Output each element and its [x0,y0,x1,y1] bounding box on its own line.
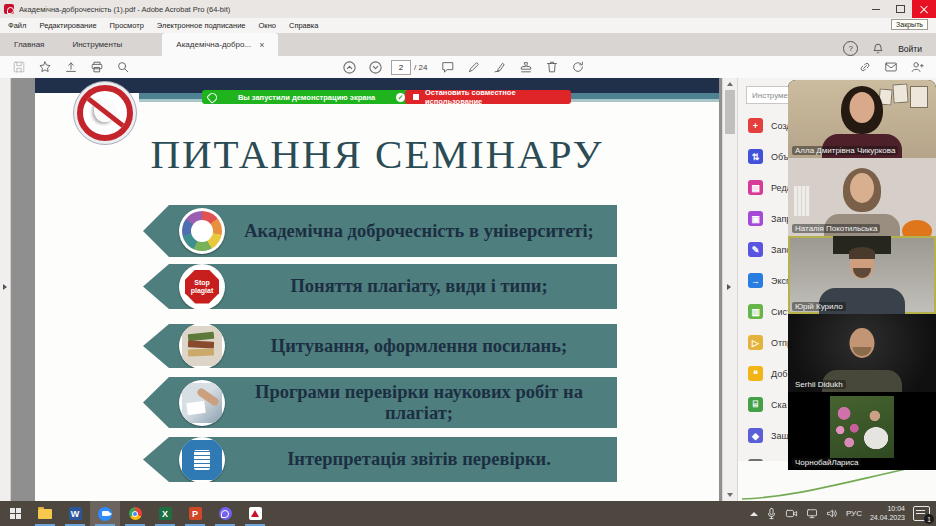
maximize-button[interactable] [888,0,912,18]
participant-tile-alla[interactable]: Алла Дмитрівна Чикуркова [788,80,936,158]
add-comment-icon: ❝ [748,366,763,381]
tab-home[interactable]: Главная [0,33,58,56]
participant-name: Юрій Курило [792,302,846,311]
tool-scan[interactable]: ⌸Ска [748,397,787,412]
email-icon[interactable] [878,58,904,76]
stop-share-button[interactable]: Остановить совместное использование [405,90,571,104]
page-up-icon[interactable] [336,58,362,76]
viber-icon [219,507,232,520]
taskbar-chrome[interactable] [120,501,150,526]
sign-in-button[interactable]: Войти [898,44,922,54]
minimize-button[interactable] [864,0,888,18]
tool-protect[interactable]: ◆Защ [748,428,789,443]
tool-create-pdf[interactable]: +Созд [748,118,792,133]
tool-request-signatures[interactable]: ▣Запр [748,211,791,226]
powerpoint-icon: P [189,507,202,520]
tool-export-pdf[interactable]: →Эксп [748,273,791,288]
tool-combine-files[interactable]: ⇅Объ [748,149,788,164]
menu-window[interactable]: Окно [259,21,276,30]
participant-tile-chornobai[interactable]: ЧорнобайЛариса [788,392,936,470]
tab-tools[interactable]: Инструменты [58,33,136,56]
taskbar-clock[interactable]: 10:04 24.04.2023 [870,505,905,523]
sign-pen-icon[interactable] [487,58,513,76]
tool-send[interactable]: ▷Отпр [748,335,792,350]
slide-bullet-4-text: Програми перевірки наукових робіт на пла… [221,382,617,423]
save-icon[interactable] [6,58,32,76]
slide-bullet-1: Академічна доброчесність в університеті; [143,205,617,257]
taskbar-file-explorer[interactable] [30,501,60,526]
writing-icon [179,380,225,426]
taskbar-excel[interactable]: X [150,501,180,526]
left-panel-strip[interactable] [0,78,11,501]
menu-help[interactable]: Справка [289,21,318,30]
scan-icon: ⌸ [748,397,763,412]
trash-icon[interactable] [539,58,565,76]
taskbar-powerpoint[interactable]: P [180,501,210,526]
tool-label: Доб [771,369,787,379]
taskbar-zoom[interactable] [90,501,120,526]
document-toolbar: / 24 [0,56,936,79]
page-down-icon[interactable] [362,58,388,76]
taskbar-viber[interactable] [210,501,240,526]
tab-bar: Главная Инструменты Академічна-добро... … [0,33,936,56]
hidden-icons-chevron[interactable] [750,512,758,516]
slide-bullet-3: Цитування, оформлення посилань; [143,324,617,368]
tool-edit-pdf[interactable]: ▤Реда [748,180,792,195]
share-phone-icon [206,91,219,104]
slide-bullet-1-text: Академічна доброчесність в університеті; [244,221,594,242]
stop-plagiat-icon: Stop plagiat [179,264,225,310]
language-indicator[interactable]: РУС [846,509,862,518]
folder-icon [38,509,52,519]
scrollbar-thumb[interactable] [725,90,735,134]
search-icon[interactable] [110,58,136,76]
menu-edit[interactable]: Редактирование [39,21,96,30]
scroll-up-icon[interactable] [727,82,733,86]
collapse-tools-panel-icon[interactable] [727,284,731,290]
chrome-icon [129,507,142,520]
notification-center-icon[interactable]: 1 [913,506,930,521]
comment-icon[interactable] [435,58,461,76]
tab-close-icon[interactable]: × [259,40,264,50]
tab-document[interactable]: Академічна-добро... × [162,33,278,56]
star-icon[interactable] [32,58,58,76]
tab-home-label: Главная [14,40,44,49]
slide-bullet-4: Програми перевірки наукових робіт на пла… [143,377,617,428]
menu-file[interactable]: Файл [8,21,26,30]
camera-icon[interactable] [785,508,798,519]
participant-tile-serhii[interactable]: Serhii Didukh [788,314,936,392]
highlight-pencil-icon[interactable] [461,58,487,76]
acrobat-icon [249,507,262,520]
expand-left-panel-icon[interactable] [3,284,7,290]
tool-label: Объ [771,152,788,162]
page-number-input[interactable] [391,60,411,75]
speaker-icon[interactable] [826,508,838,519]
participant-tile-natalia[interactable]: Наталія Покотильська [788,158,936,236]
close-button[interactable] [912,0,936,18]
add-person-icon[interactable] [904,58,930,76]
menu-esign[interactable]: Электронное подписание [157,21,246,30]
bell-icon[interactable] [872,42,884,55]
taskbar-word[interactable]: W [60,501,90,526]
taskbar-acrobat[interactable] [240,501,270,526]
stamp-icon[interactable] [513,58,539,76]
network-icon[interactable] [806,508,818,519]
participant-name: Наталія Покотильська [792,224,880,233]
tool-add-comment[interactable]: ❝Доб [748,366,787,381]
link-icon[interactable] [852,58,878,76]
screen-share-text: Вы запустили демонстрацию экрана [238,93,375,102]
tool-fill-sign[interactable]: ✎Запо [748,242,791,257]
help-icon[interactable]: ? [843,41,858,56]
tab-document-label: Академічна-добро... [176,40,251,49]
tool-organize-pages[interactable]: ▥Сист [748,304,791,319]
print-icon[interactable] [84,58,110,76]
create-pdf-icon: + [748,118,763,133]
share-upload-icon[interactable] [58,58,84,76]
scroll-down-icon[interactable] [727,493,733,497]
start-button[interactable] [0,501,30,526]
stop-plagiat-label: Stop plagiat [185,270,219,304]
microphone-icon[interactable] [766,507,777,520]
menu-view[interactable]: Просмотр [110,21,144,30]
rotate-icon[interactable] [565,58,591,76]
minimize-icon [872,9,880,10]
participant-tile-yurii-active-speaker[interactable]: Юрій Курило [788,236,936,314]
